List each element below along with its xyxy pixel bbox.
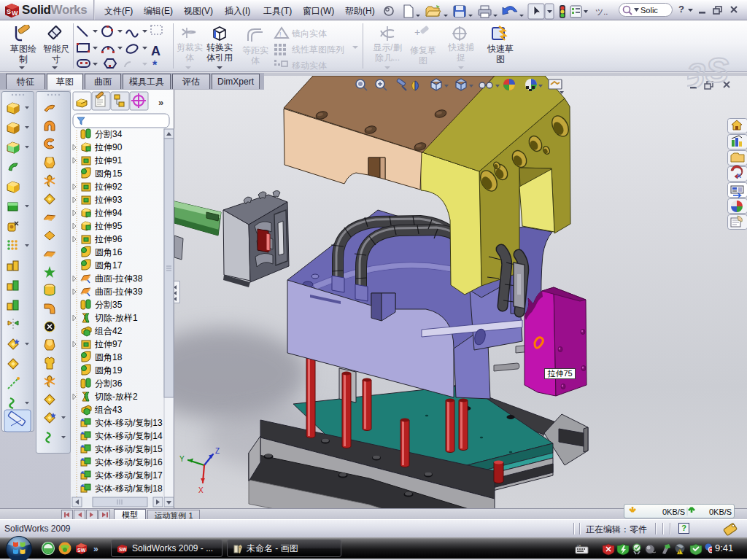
svg-text:拉伸93: 拉伸93 <box>94 195 123 205</box>
svg-text:曲面-拉伸39: 曲面-拉伸39 <box>95 287 143 297</box>
svg-text:圆角16: 圆角16 <box>95 247 123 257</box>
svg-text:拉伸94: 拉伸94 <box>94 208 123 218</box>
svg-text:+: + <box>414 26 420 38</box>
svg-text:圆角15: 圆角15 <box>95 168 123 179</box>
svg-text:拉伸92: 拉伸92 <box>94 182 123 192</box>
svg-text:实体-移动/复制13: 实体-移动/复制13 <box>95 418 163 428</box>
svg-text:实体-移动/复制16: 实体-移动/复制16 <box>95 457 163 467</box>
svg-text:拉伸96: 拉伸96 <box>94 234 123 244</box>
svg-text:实体-移动/复制14: 实体-移动/复制14 <box>95 431 163 441</box>
svg-text:组合43: 组合43 <box>94 405 123 415</box>
svg-text:*: * <box>152 59 158 70</box>
svg-text:Z: Z <box>215 447 220 455</box>
svg-text:切除-放样1: 切除-放样1 <box>94 313 138 323</box>
svg-text:分割35: 分割35 <box>95 300 123 310</box>
svg-text:Solic: Solic <box>640 6 658 15</box>
svg-text:A: A <box>151 44 160 58</box>
svg-text:实体-移动/复制15: 实体-移动/复制15 <box>95 444 163 454</box>
svg-text:圆角18: 圆角18 <box>95 352 123 362</box>
svg-text:X: X <box>737 172 741 179</box>
svg-text:SW: SW <box>77 548 86 553</box>
svg-text:X: X <box>198 486 204 494</box>
svg-text:ツ..: ツ.. <box>595 7 608 16</box>
svg-text:W: W <box>12 9 18 17</box>
svg-text:实体-移动/复制18: 实体-移动/复制18 <box>95 483 163 494</box>
svg-text:拉伸90: 拉伸90 <box>94 142 123 152</box>
svg-text:0KB/S: 0KB/S <box>709 508 732 516</box>
svg-text:»: » <box>93 544 98 554</box>
svg-text:分割36: 分割36 <box>95 378 123 389</box>
svg-text:Y: Y <box>179 455 185 463</box>
svg-text:圆角17: 圆角17 <box>95 260 123 271</box>
svg-text:0KB/S: 0KB/S <box>662 508 685 516</box>
svg-text:SW: SW <box>119 547 127 552</box>
svg-text:分割34: 分割34 <box>95 129 123 139</box>
svg-text:CH: CH <box>577 545 581 548</box>
svg-text:切除-放样2: 切除-放样2 <box>94 392 138 402</box>
svg-text:!: ! <box>279 31 282 38</box>
svg-text:实体-移动/复制17: 实体-移动/复制17 <box>95 470 163 481</box>
svg-text:S: S <box>7 8 11 15</box>
svg-text:拉伸95: 拉伸95 <box>94 221 123 231</box>
svg-text:»: » <box>158 97 163 108</box>
svg-text:拉伸91: 拉伸91 <box>94 155 123 166</box>
svg-text:拉伸97: 拉伸97 <box>94 339 123 349</box>
svg-text:组合42: 组合42 <box>94 326 123 336</box>
svg-text:圆角19: 圆角19 <box>95 365 123 376</box>
svg-text:曲面-拉伸38: 曲面-拉伸38 <box>95 273 143 284</box>
svg-text:ȝS: ȝS <box>687 51 729 88</box>
